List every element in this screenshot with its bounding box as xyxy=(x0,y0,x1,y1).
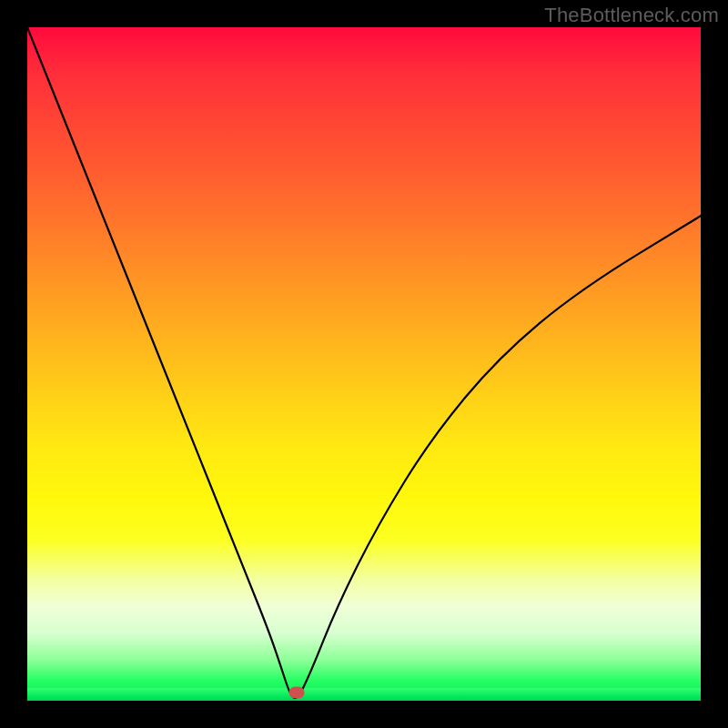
plot-area xyxy=(27,27,701,701)
bottleneck-curve xyxy=(27,27,701,701)
watermark-text: TheBottleneck.com xyxy=(544,4,719,27)
optimal-point-marker xyxy=(289,687,305,699)
chart-frame: TheBottleneck.com xyxy=(0,0,728,728)
